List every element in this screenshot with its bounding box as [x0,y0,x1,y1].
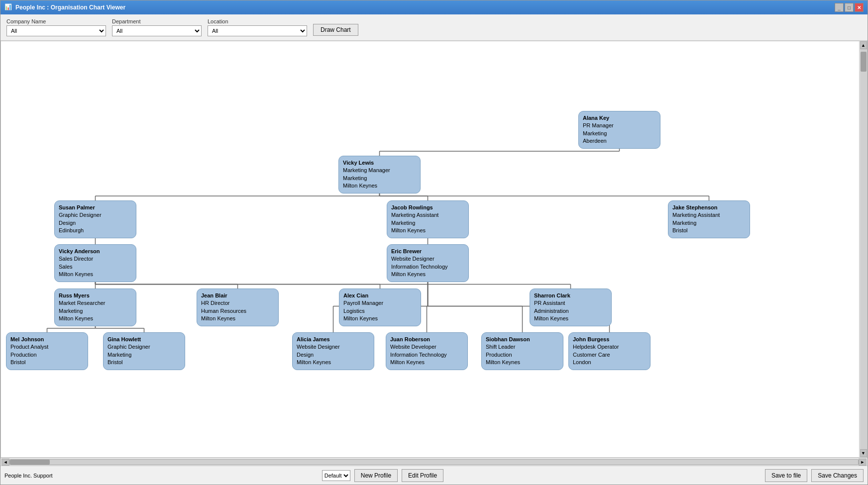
node-name-vicky_lewis: Vicky Lewis [343,159,416,167]
minimize-button[interactable]: _ [835,3,844,12]
node-loc-russ: Milton Keynes [59,315,132,322]
node-title-vicky_lewis: Marketing Manager [343,167,416,174]
node-title-alicia: Website Designer [297,343,370,351]
scroll-right-button[interactable]: ► [859,459,867,466]
node-dept-gina: Marketing [108,351,181,359]
node-name-alana: Alana Key [583,114,656,122]
node-dept-alex: Logistics [343,307,417,315]
save-to-file-button[interactable]: Save to file [765,469,807,482]
location-select[interactable]: All [208,25,307,36]
node-dept-mel: Production [10,351,84,359]
node-name-john: John Burgess [573,336,646,343]
org-node-jacob[interactable]: Jacob Rowlings Marketing Assistant Marke… [387,200,469,238]
node-loc-gina: Bristol [108,359,181,366]
node-name-siobhan: Siobhan Dawson [486,336,559,343]
node-name-alicia: Alicia James [297,336,370,343]
node-loc-jean: Milton Keynes [201,315,274,322]
node-title-alana: PR Manager [583,122,656,129]
node-name-susan: Susan Palmer [59,204,132,211]
h-scrollbar-track[interactable] [9,459,859,465]
department-group: Department All [112,18,202,36]
node-dept-susan: Design [59,219,132,227]
org-node-russ[interactable]: Russ Myers Market Researcher Marketing M… [54,289,136,326]
edit-profile-button[interactable]: Edit Profile [402,469,443,482]
node-name-eric: Eric Brewer [391,248,464,255]
node-dept-siobhan: Production [486,351,559,359]
org-node-juan[interactable]: Juan Roberson Website Developer Informat… [386,332,468,370]
node-loc-alex: Milton Keynes [343,315,417,322]
node-name-gina: Gina Howlett [108,336,181,343]
location-group: Location All [208,18,307,36]
location-label: Location [208,18,307,24]
node-dept-jake: Marketing [672,219,746,227]
node-loc-jacob: Milton Keynes [391,227,464,234]
scroll-down-button[interactable]: ▼ [860,449,867,457]
node-name-juan: Juan Roberson [390,336,463,343]
save-changes-button[interactable]: Save Changes [811,469,864,482]
node-dept-sharron: Administration [534,307,607,315]
org-node-john[interactable]: John Burgess Helpdesk Operator Customer … [568,332,651,370]
scroll-left-button[interactable]: ◄ [1,459,9,466]
close-button[interactable]: ✕ [855,3,864,12]
node-title-jacob: Marketing Assistant [391,211,464,219]
org-node-vicky_lewis[interactable]: Vicky Lewis Marketing Manager Marketing … [338,156,421,194]
org-node-alex[interactable]: Alex Cian Payroll Manager Logistics Milt… [339,289,421,326]
node-name-jacob: Jacob Rowlings [391,204,464,211]
node-dept-john: Customer Care [573,351,646,359]
department-label: Department [112,18,202,24]
node-title-juan: Website Developer [390,343,463,351]
org-node-susan[interactable]: Susan Palmer Graphic Designer Design Edi… [54,200,136,238]
node-title-susan: Graphic Designer [59,211,132,219]
company-label: Company Name [6,18,106,24]
horizontal-scrollbar[interactable]: ◄ ► [0,458,868,466]
node-dept-juan: Information Technology [390,351,463,359]
node-loc-juan: Milton Keynes [390,359,463,366]
node-loc-sharron: Milton Keynes [534,315,607,322]
org-node-jake[interactable]: Jake Stephenson Marketing Assistant Mark… [668,200,750,238]
node-title-siobhan: Shift Leader [486,343,559,351]
org-node-alicia[interactable]: Alicia James Website Designer Design Mil… [292,332,374,370]
node-dept-alicia: Design [297,351,370,359]
node-dept-alana: Marketing [583,130,656,137]
node-loc-eric: Milton Keynes [391,271,464,278]
node-title-gina: Graphic Designer [108,343,181,351]
node-loc-vicky_a: Milton Keynes [59,271,132,278]
node-dept-russ: Marketing [59,307,132,315]
org-node-alana[interactable]: Alana Key PR Manager Marketing Aberdeen [578,111,660,149]
org-node-sharron[interactable]: Sharron Clark PR Assistant Administratio… [530,289,612,326]
node-loc-jake: Bristol [672,227,746,234]
node-loc-susan: Edinburgh [59,227,132,234]
company-select[interactable]: All [6,25,106,36]
department-select[interactable]: All [112,25,202,36]
node-dept-jacob: Marketing [391,219,464,227]
title-bar: 📊 People Inc : Organisation Chart Viewer… [0,0,868,14]
org-node-mel[interactable]: Mel Johnson Product Analyst Production B… [6,332,88,370]
org-node-vicky_a[interactable]: Vicky Anderson Sales Director Sales Milt… [54,244,136,282]
node-dept-vicky_lewis: Marketing [343,175,416,182]
app-icon: 📊 [4,3,12,11]
node-loc-alicia: Milton Keynes [297,359,370,366]
h-scrollbar-thumb[interactable] [10,460,50,465]
scroll-up-button[interactable]: ▲ [860,41,867,49]
profile-select[interactable]: Default [322,470,350,481]
org-node-eric[interactable]: Eric Brewer Website Designer Information… [387,244,469,282]
node-title-alex: Payroll Manager [343,299,417,307]
chart-area[interactable]: ▲ ▼ Alana Key PR Manager Marketing Aberd… [0,41,868,458]
node-title-eric: Website Designer [391,255,464,263]
org-node-jean[interactable]: Jean Blair HR Director Human Resources M… [197,289,279,326]
company-group: Company Name All [6,18,106,36]
chart-canvas: Alana Key PR Manager Marketing AberdeenV… [1,41,868,458]
node-dept-vicky_a: Sales [59,263,132,271]
window-title: People Inc : Organisation Chart Viewer [15,4,835,11]
draw-chart-button[interactable]: Draw Chart [313,24,358,36]
maximize-button[interactable]: □ [845,3,854,12]
node-name-jake: Jake Stephenson [672,204,746,211]
window-controls: _ □ ✕ [835,3,864,12]
node-title-jake: Marketing Assistant [672,211,746,219]
org-node-gina[interactable]: Gina Howlett Graphic Designer Marketing … [103,332,185,370]
org-node-siobhan[interactable]: Siobhan Dawson Shift Leader Production M… [481,332,563,370]
node-loc-alana: Aberdeen [583,137,656,145]
new-profile-button[interactable]: New Profile [354,469,398,482]
node-title-john: Helpdesk Operator [573,343,646,351]
node-title-russ: Market Researcher [59,299,132,307]
